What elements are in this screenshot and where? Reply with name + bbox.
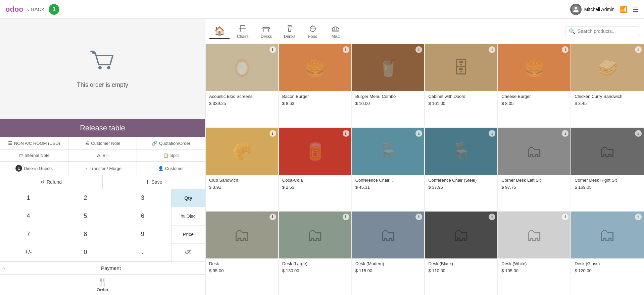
product-price: $ 95.00	[209, 268, 275, 273]
product-card[interactable]: 🗂 ℹ Corner Desk Left Sit $ 97.75	[498, 128, 571, 212]
product-info-icon[interactable]: ℹ	[635, 130, 642, 137]
product-card[interactable]: 🥪 ℹ Chicken Curry Sandwich $ 3.45	[571, 44, 644, 128]
disc-key[interactable]: % Disc	[171, 207, 205, 225]
product-card[interactable]: 🗂 ℹ Desk (Modern) $ 115.00	[352, 211, 425, 295]
qty-key[interactable]: Qty	[171, 189, 205, 207]
numpad-3[interactable]: 3	[114, 189, 171, 207]
chevron-left-icon: ‹	[28, 7, 29, 12]
product-info-icon[interactable]: ℹ	[562, 130, 568, 137]
category-home[interactable]: 🏠	[209, 24, 230, 39]
product-info-icon[interactable]: ℹ	[343, 214, 349, 220]
product-details: Desk (Black) $ 110.00	[425, 258, 497, 277]
product-details: Corner Desk Right Sit $ 169.05	[571, 175, 644, 193]
tab-customer-note-label: Customer Note	[91, 141, 120, 146]
product-card[interactable]: 🗂 ℹ Corner Desk Right Sit $ 169.05	[571, 128, 644, 212]
chairs-icon	[238, 23, 248, 34]
numpad-area: 1 2 3 4 5 6 7 8 9 +/- 0 . Qty % Disc Pri…	[0, 189, 205, 261]
topbar-left: odoo ‹ BACK 1	[5, 4, 59, 15]
dine-in-label: Dine-in Guests	[24, 166, 53, 171]
product-card[interactable]: 🗂 ℹ Desk $ 95.00	[205, 211, 279, 295]
odoo-logo: odoo	[5, 5, 23, 14]
numpad-plusminus[interactable]: +/-	[0, 243, 57, 261]
refund-button[interactable]: ↺ Refund	[0, 175, 103, 189]
product-card[interactable]: 🗂 ℹ Desk (Large) $ 130.00	[279, 211, 352, 295]
payment-button[interactable]: Payment	[17, 262, 205, 274]
product-card[interactable]: 🗄 ℹ Cabinet with Doors $ 161.00	[425, 44, 498, 128]
product-name: Club Sandwich	[209, 178, 275, 183]
product-price: $ 45.31	[355, 185, 421, 190]
product-name: Acoustic Bloc Screens	[209, 94, 275, 100]
tab-non-ac-room[interactable]: ☰ NON A/C ROOM (USD)	[0, 137, 68, 149]
numpad-7[interactable]: 7	[0, 225, 57, 243]
product-card[interactable]: 🍔 ℹ Cheese Burger $ 8.05	[498, 44, 571, 128]
category-drinks[interactable]: Drinks	[279, 21, 300, 41]
payment-expand-button[interactable]: ›	[0, 262, 17, 274]
product-info-icon[interactable]: ℹ	[269, 130, 276, 137]
category-food[interactable]: Food	[303, 21, 323, 41]
product-details: Bacon Burger $ 8.63	[279, 91, 351, 109]
cart-empty-area: This order is empty	[0, 19, 205, 119]
category-desks[interactable]: Desks	[256, 21, 277, 41]
transfer-merge-button[interactable]: → Transfer / Merge	[68, 162, 137, 175]
product-card[interactable]: 🗂 ℹ Desk (Glass) $ 120.00	[571, 211, 644, 295]
tab-customer-note[interactable]: 🖨 Customer Note	[68, 137, 137, 149]
customer-button[interactable]: 👤 Customer	[137, 162, 205, 175]
split-button[interactable]: 📋 Split	[137, 150, 205, 161]
split-icon: 📋	[163, 153, 168, 158]
product-price: $ 105.00	[501, 268, 567, 273]
product-image: 🗂	[206, 212, 278, 258]
back-button[interactable]: ‹ BACK	[28, 6, 45, 12]
product-name: Desk (Modern)	[355, 261, 421, 267]
search-input[interactable]	[578, 28, 636, 34]
product-name: Burger Menu Combo	[355, 94, 421, 100]
product-info-icon[interactable]: ℹ	[343, 46, 349, 53]
product-info-icon[interactable]: ℹ	[489, 130, 495, 137]
backspace-key[interactable]: ⌫	[171, 244, 205, 261]
product-card[interactable]: 🪑 ℹ Conference Chair (Steel) $ 37.95	[425, 128, 498, 212]
product-name: Chicken Curry Sandwich	[575, 94, 640, 100]
product-card[interactable]: 🥐 ℹ Club Sandwich $ 3.91	[205, 128, 279, 212]
category-misc[interactable]: Misc	[326, 21, 346, 41]
drinks-icon	[285, 23, 295, 34]
product-price: $ 37.95	[428, 185, 494, 190]
hamburger-menu-icon[interactable]: ☰	[633, 5, 639, 13]
numpad-0[interactable]: 0	[57, 243, 114, 261]
product-price: $ 3.91	[209, 185, 275, 190]
product-card[interactable]: 🗂 ℹ Desk (Black) $ 110.00	[425, 211, 498, 295]
bill-button[interactable]: 🖨 Bill	[68, 150, 137, 161]
refund-label: Refund	[47, 179, 62, 185]
numpad-1[interactable]: 1	[0, 189, 57, 207]
price-key[interactable]: Price	[171, 226, 205, 244]
numpad-9[interactable]: 9	[114, 225, 171, 243]
internal-note-button[interactable]: 🏷 Internal Note	[0, 150, 68, 161]
save-button[interactable]: ⬆ Save	[103, 175, 205, 189]
numpad-6[interactable]: 6	[114, 207, 171, 225]
numpad-2[interactable]: 2	[57, 189, 114, 207]
dine-in-guests-button[interactable]: 1 Dine-in Guests	[0, 162, 68, 175]
product-card[interactable]: 🥫 ℹ Coca-Cola $ 2.53	[279, 128, 352, 212]
product-info-icon[interactable]: ℹ	[343, 130, 349, 137]
numpad-dot[interactable]: .	[114, 243, 171, 261]
product-name: Coca-Cola	[282, 178, 348, 183]
numpad-8[interactable]: 8	[57, 225, 114, 243]
search-box[interactable]: 🔍	[565, 26, 640, 36]
product-card[interactable]: 🪑 ℹ Conference Chair... $ 45.31	[352, 128, 425, 212]
upload-icon: ⬆	[146, 179, 150, 185]
product-card[interactable]: 🪞 ℹ Acoustic Bloc Screens $ 339.25	[205, 44, 279, 128]
topbar-right: Mitchell Admin 📶 ☰	[570, 4, 639, 15]
product-info-icon[interactable]: ℹ	[269, 46, 276, 53]
numpad-4[interactable]: 4	[0, 207, 57, 225]
topbar: odoo ‹ BACK 1 Mitchell Admin 📶 ☰	[0, 0, 644, 19]
product-details: Chicken Curry Sandwich $ 3.45	[571, 91, 644, 109]
table-number-badge[interactable]: 1	[49, 4, 59, 15]
tab-quotation-order[interactable]: 🔗 Quotation/Order	[137, 137, 205, 149]
product-info-icon[interactable]: ℹ	[635, 46, 642, 53]
product-name: Conference Chair...	[355, 178, 421, 183]
product-price: $ 2.53	[282, 185, 348, 190]
numpad-5[interactable]: 5	[57, 207, 114, 225]
product-card[interactable]: 🗂 ℹ Desk (White) $ 105.00	[498, 211, 571, 295]
release-table-bar[interactable]: Release table	[0, 119, 205, 137]
product-card[interactable]: 🍔 ℹ Bacon Burger $ 8.63	[279, 44, 352, 128]
category-chairs[interactable]: Chairs	[232, 21, 253, 41]
product-card[interactable]: 🥤 ℹ Burger Menu Combo $ 10.00	[352, 44, 425, 128]
